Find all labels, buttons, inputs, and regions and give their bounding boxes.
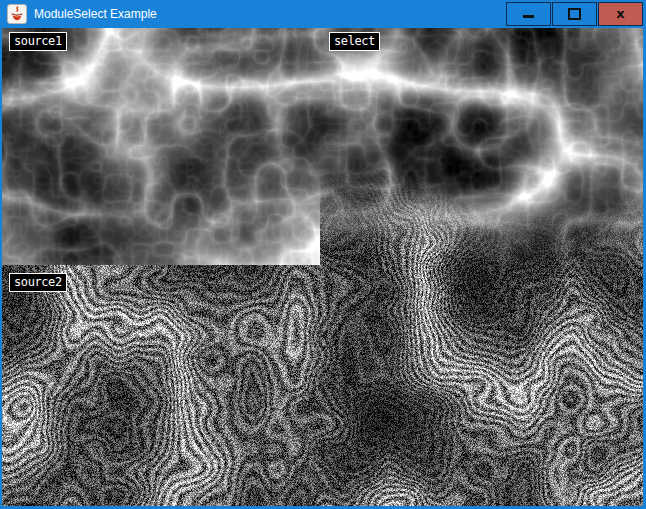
- titlebar[interactable]: ModuleSelect Example x: [0, 0, 646, 28]
- render-viewport: source1 select source2: [2, 28, 643, 506]
- noise-canvas: [2, 28, 643, 506]
- java-app-icon[interactable]: [7, 4, 27, 24]
- minimize-button[interactable]: [506, 2, 551, 26]
- close-button[interactable]: x: [598, 2, 643, 26]
- window-controls: x: [505, 2, 643, 26]
- maximize-icon: [568, 8, 581, 20]
- close-icon: x: [616, 7, 624, 20]
- minimize-icon: [523, 15, 534, 18]
- label-source2: source2: [9, 273, 67, 292]
- maximize-button[interactable]: [552, 2, 597, 26]
- window-title: ModuleSelect Example: [34, 7, 505, 21]
- label-source1: source1: [9, 32, 67, 51]
- label-select: select: [329, 32, 380, 51]
- app-window: ModuleSelect Example x source1 select so…: [0, 0, 646, 509]
- java-coffee-cup-icon: [7, 4, 27, 24]
